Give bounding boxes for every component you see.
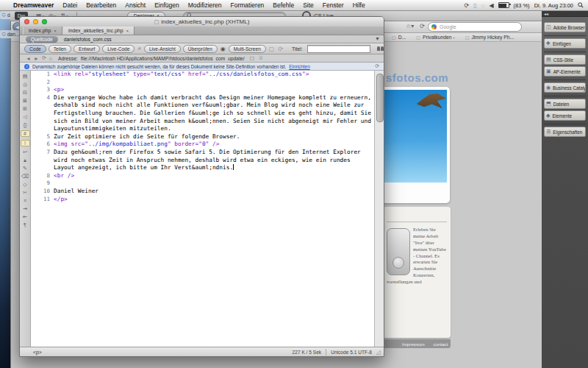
tag-selector[interactable]: <p> [33, 350, 42, 355]
design-view-button[interactable]: Entwurf [74, 45, 100, 53]
panel-adobe-browserlab[interactable]: ◫Adobe BrowserLab [544, 22, 586, 32]
indent-code-icon[interactable]: ⇥ [21, 206, 29, 211]
panel-dateien[interactable]: ⬒Dateien [544, 99, 586, 109]
inspect-icon[interactable]: ⌕ [137, 45, 140, 52]
bookmark-item[interactable]: ▢Jimmy Hickey Ph... [465, 35, 514, 40]
page-title-input[interactable] [307, 45, 370, 53]
remove-comment-icon[interactable]: ⌫ [21, 174, 29, 179]
browser-search-field[interactable]: Google [428, 22, 522, 32]
desktop-item[interactable]: 🗨dan... [0, 30, 21, 38]
back-icon[interactable]: ◄ [26, 56, 31, 61]
move-css-icon[interactable]: ≡ [21, 198, 29, 203]
bookmark-item[interactable]: ▢D... [392, 35, 406, 40]
tab-close-icon[interactable]: × [54, 29, 57, 33]
scrollbar[interactable] [374, 71, 384, 347]
open-documents-icon[interactable]: ▤ [21, 74, 29, 79]
split-view-button[interactable]: Teilen [49, 45, 71, 53]
expand-panels-icon[interactable]: ◂◂ [544, 11, 548, 16]
spotlight-search-icon[interactable] [578, 2, 584, 8]
menu-item-modifizieren[interactable]: Modifizieren [188, 1, 222, 9]
document-window[interactable]: ▢index_aktuelles_inc.php (XHTML) index.p… [19, 16, 384, 357]
collapse-selection-icon[interactable]: ⊠ [21, 98, 29, 103]
source-code-button[interactable]: Quellcode [26, 36, 58, 43]
line-numbers-icon[interactable]: # [21, 130, 30, 137]
code-navigator-icon[interactable]: ◎ [21, 82, 29, 87]
battery-icon[interactable] [498, 2, 509, 8]
panel-elemente[interactable]: ◆Elemente [544, 110, 586, 121]
menu-item-bearbeiten[interactable]: Bearbeiten [86, 1, 116, 9]
check-browser-button[interactable]: Überprüfen [183, 45, 218, 53]
check-page-icon[interactable]: ◉ [220, 46, 226, 52]
panel-einfuegen[interactable]: ✚Einfügen [544, 38, 586, 49]
dock-header[interactable]: ◂◂ [542, 10, 588, 17]
code-line: 11</p> [31, 196, 374, 204]
collapse-full-tag-icon[interactable]: ⊟ [21, 90, 29, 95]
panel-css-stile[interactable]: ▤CSS-Stile [544, 54, 586, 65]
footer-link[interactable]: contact [434, 342, 448, 347]
menu-clock[interactable]: Di. 9. Aug 23:00 [534, 2, 573, 9]
scrollbar-thumb[interactable] [376, 74, 384, 122]
apply-comment-icon[interactable]: ✎ [21, 166, 29, 171]
stop-icon[interactable]: ▢ [250, 55, 254, 61]
word-wrap-icon[interactable]: ↩ [21, 149, 29, 155]
forward-icon[interactable]: ► [34, 56, 39, 61]
window-titlebar[interactable]: ▢index_aktuelles_inc.php (XHTML) [20, 17, 384, 27]
live-view-button[interactable]: Live-Ansicht [144, 45, 181, 53]
related-css-file[interactable]: danielsfotos_com.css [64, 37, 112, 42]
balance-braces-icon[interactable]: {} [21, 122, 29, 127]
multiscreen-button[interactable]: Multi-Screen [229, 45, 266, 53]
bookmark-item[interactable]: ▢Privatkunden - [416, 35, 455, 40]
preview-icon[interactable]: ⌸ [259, 55, 262, 61]
volume-icon[interactable]: ◀ [489, 2, 493, 9]
refresh-design-icon[interactable]: ⟳ [278, 46, 283, 52]
highlight-invalid-code-icon[interactable]: ! [21, 140, 30, 146]
tab-index-php[interactable]: index.php× [23, 26, 62, 35]
filter-icon[interactable]: ▼ [375, 36, 380, 41]
menu-item-befehle[interactable]: Befehle [273, 1, 294, 9]
syntax-error-alerts-icon[interactable]: ▲ [21, 158, 29, 163]
code-segment: <p> [54, 86, 64, 93]
info-refresh-icon[interactable]: ⟳ [375, 63, 379, 69]
outdent-code-icon[interactable]: ⇤ [21, 214, 29, 219]
panel-label: AP-Elemente [553, 69, 581, 74]
footer-link[interactable]: Impressum [402, 342, 425, 347]
code-editor[interactable]: 1<link rel="stylesheet" type="text/css" … [31, 71, 374, 347]
bookmark-star-icon[interactable]: ☆▾ [406, 23, 414, 29]
menu-item-hilfe[interactable]: Hilfe [353, 1, 365, 9]
panel-business-catalyst[interactable]: ◉Business Catalyst [544, 82, 586, 93]
tab-close-icon[interactable]: × [126, 29, 129, 33]
recent-snippets-icon[interactable]: ✂ [21, 190, 29, 195]
menu-item-fenster[interactable]: Fenster [323, 1, 344, 9]
visual-aids-icon[interactable]: ▢ [269, 46, 275, 52]
live-code-button[interactable]: Live-Code [102, 45, 135, 53]
panel-label: Eigenschaften [553, 130, 582, 135]
timemachine-icon[interactable]: ◌ [481, 2, 485, 9]
site-setup-link[interactable]: Einrichten [289, 64, 309, 69]
menu-item-formatieren[interactable]: Formatieren [231, 1, 265, 9]
code-line: 4Die vergange Woche habe ich damit verbr… [31, 94, 374, 133]
home-icon[interactable]: ⌂ [49, 56, 52, 61]
menu-item-ansicht[interactable]: Ansicht [125, 1, 146, 9]
menu-item-datei[interactable]: Datei [62, 1, 77, 9]
code-view-button[interactable]: Code [24, 45, 46, 53]
code-line: 6<img src="../img/kompabiliaet.png" bord… [31, 141, 374, 149]
format-source-icon[interactable]: ¶ [21, 222, 29, 227]
wrap-tag-icon[interactable]: ◇ [21, 182, 29, 187]
display-icon[interactable]: ▯ [473, 2, 476, 9]
panel-eigenschaften[interactable]: ☰Eigenschaften [544, 127, 586, 137]
menu-item-site[interactable]: Site [303, 1, 314, 9]
resize-grip[interactable]: ◿ [376, 349, 381, 355]
file-management-icon[interactable] [376, 46, 384, 51]
menu-app-name[interactable]: Dreamweaver [13, 1, 54, 9]
address-url[interactable]: file:///Macintosh HD/Applications/MAMP/h… [81, 56, 245, 61]
select-parent-tag-icon[interactable]: ◁ [21, 114, 29, 119]
tab-index-aktuelles-inc-php[interactable]: index_aktuelles_inc.php× [62, 26, 135, 35]
expand-all-icon[interactable]: ⊞ [21, 106, 29, 111]
panel-ap-elemente[interactable]: ▣AP-Elemente [544, 66, 586, 77]
reload-icon[interactable]: ⟳ [420, 23, 425, 29]
encoding-status[interactable]: Unicode 5.1 UTF-8 [331, 350, 372, 355]
sync-icon[interactable]: ⟳ [465, 2, 470, 9]
refresh-icon[interactable]: ⟳ [42, 55, 46, 61]
line-number: 3 [31, 86, 54, 94]
menu-item-einfügen[interactable]: Einfügen [154, 1, 179, 9]
